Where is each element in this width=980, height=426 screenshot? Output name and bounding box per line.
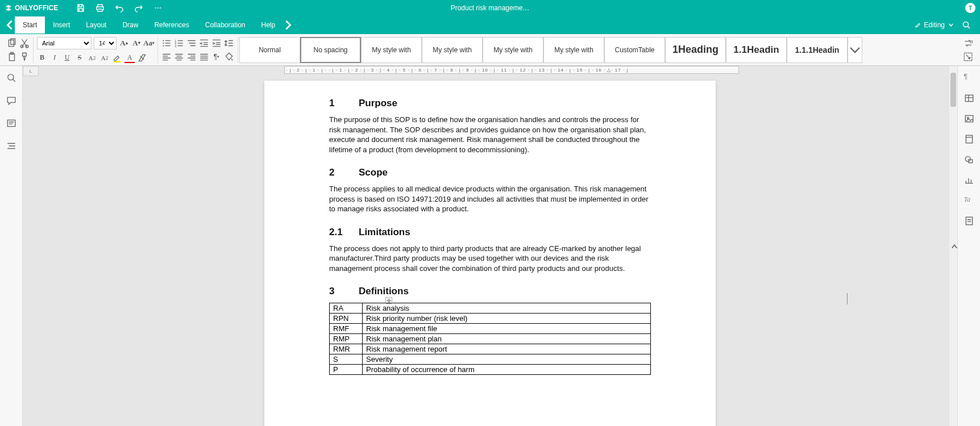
document-page[interactable]: 1Purpose The purpose of this SOP is to d… (264, 81, 716, 426)
subscript-icon[interactable]: A2 (99, 53, 110, 63)
shape-settings-icon[interactable] (964, 154, 974, 165)
table-row[interactable]: SSeverity (330, 354, 651, 365)
user-avatar[interactable]: T (965, 3, 975, 13)
abbr-cell[interactable]: RPN (330, 314, 363, 324)
shading-icon[interactable] (224, 52, 234, 62)
def-cell[interactable]: Risk management report (363, 344, 651, 354)
style-custom-table[interactable]: CustomTable (604, 37, 665, 63)
strikethrough-icon[interactable]: S (74, 53, 85, 63)
def-cell[interactable]: Probability of occurrence of harm (363, 365, 651, 375)
def-cell[interactable]: Severity (363, 354, 651, 365)
tab-help[interactable]: Help (254, 16, 284, 34)
align-center-icon[interactable] (174, 52, 184, 62)
style-custom-4[interactable]: My style with (483, 37, 543, 63)
def-cell[interactable]: Risk management file (363, 324, 651, 334)
paragraph-settings-icon[interactable]: ¶ (964, 73, 974, 83)
definitions-table[interactable]: RARisk analysisRPNRisk priority number (… (329, 303, 651, 375)
bullets-icon[interactable] (161, 38, 172, 48)
font-size-select[interactable]: 14 (94, 37, 117, 49)
numbering-icon[interactable]: 123 (174, 38, 184, 48)
form-settings-icon[interactable] (964, 216, 974, 226)
def-cell[interactable]: Risk analysis (363, 303, 651, 314)
table-handle-icon[interactable]: ✥ (385, 297, 392, 304)
abbr-cell[interactable]: S (330, 354, 363, 365)
multilevel-icon[interactable] (186, 38, 197, 48)
image-settings-icon[interactable] (964, 114, 974, 124)
superscript-icon[interactable]: A2 (87, 53, 97, 63)
cut-icon[interactable] (19, 38, 30, 48)
table-row[interactable]: RMFRisk management file (330, 324, 651, 334)
vertical-scrollbar[interactable] (949, 66, 957, 426)
select-all-icon[interactable] (963, 52, 973, 62)
abbr-cell[interactable]: RMF (330, 324, 363, 334)
horizontal-ruler[interactable]: · | · 2 · | · 1 · | · · | · 1 · | · 2 · … (39, 66, 957, 76)
table-row[interactable]: PProbability of occurrence of harm (330, 365, 651, 375)
tab-insert[interactable]: Insert (45, 16, 78, 34)
style-heading1[interactable]: 1Heading (665, 37, 726, 63)
outline-icon[interactable] (6, 141, 16, 151)
style-custom-3[interactable]: My style with (422, 37, 483, 63)
font-color-icon[interactable]: A (124, 53, 135, 63)
style-custom-5[interactable]: My style with (543, 37, 604, 63)
tab-scroll-right-icon[interactable] (283, 20, 293, 30)
tab-collaboration[interactable]: Collaboration (197, 16, 254, 34)
save-icon[interactable] (76, 3, 85, 12)
decrease-indent-icon[interactable] (199, 38, 209, 48)
align-right-icon[interactable] (186, 52, 197, 62)
find-icon[interactable] (6, 73, 16, 83)
more-icon[interactable] (153, 3, 163, 12)
tab-layout[interactable]: Layout (78, 16, 114, 34)
tab-start[interactable]: Start (15, 16, 45, 34)
align-justify-icon[interactable] (199, 52, 209, 62)
align-left-icon[interactable] (161, 52, 172, 62)
shrink-font-icon[interactable]: A▾ (131, 38, 142, 48)
style-gallery-more-icon[interactable] (848, 37, 862, 63)
table-settings-icon[interactable] (964, 93, 974, 103)
scroll-thumb[interactable] (950, 73, 956, 107)
clear-format-icon[interactable] (137, 53, 147, 63)
style-custom-2[interactable]: My style with (361, 37, 422, 63)
italic-icon[interactable]: I (49, 53, 60, 63)
chart-settings-icon[interactable] (964, 175, 974, 185)
style-no-spacing[interactable]: No spacing (300, 37, 361, 63)
bold-icon[interactable]: B (37, 53, 47, 63)
grow-font-icon[interactable]: A▴ (119, 38, 129, 48)
format-painter-icon[interactable] (19, 52, 30, 62)
def-cell[interactable]: Risk management plan (363, 334, 651, 344)
comments-icon[interactable] (6, 95, 16, 106)
header-footer-icon[interactable] (964, 134, 974, 144)
undo-icon[interactable] (115, 3, 124, 12)
table-row[interactable]: RMRRisk management report (330, 344, 651, 354)
tab-references[interactable]: References (146, 16, 197, 34)
paragraph-mark-icon[interactable]: ¶▾ (211, 52, 222, 62)
replace-icon[interactable]: B (963, 38, 973, 48)
increase-indent-icon[interactable] (211, 38, 222, 48)
table-row[interactable]: RMPRisk management plan (330, 334, 651, 344)
line-spacing-icon[interactable] (224, 38, 234, 48)
editing-mode-button[interactable]: Editing (915, 21, 954, 29)
app-logo[interactable]: ONLYOFFICE (5, 4, 58, 12)
table-row[interactable]: RPNRisk priority number (risk level) (330, 314, 651, 324)
style-heading11[interactable]: 1.1Headin (726, 37, 787, 63)
change-case-icon[interactable]: Aa▾ (144, 38, 154, 48)
abbr-cell[interactable]: RA (330, 303, 363, 314)
tab-draw[interactable]: Draw (114, 16, 146, 34)
print-icon[interactable] (95, 3, 105, 12)
search-icon[interactable] (962, 20, 971, 30)
abbr-cell[interactable]: P (330, 365, 363, 375)
textart-settings-icon[interactable]: Ta (964, 195, 974, 206)
table-row[interactable]: RARisk analysis (330, 303, 651, 314)
headings-icon[interactable] (6, 118, 16, 128)
paste-icon[interactable] (7, 52, 17, 62)
redo-icon[interactable] (134, 3, 143, 12)
font-family-select[interactable]: Arial (37, 37, 92, 49)
abbr-cell[interactable]: RMP (330, 334, 363, 344)
tab-scroll-left-icon[interactable] (5, 20, 15, 30)
style-normal[interactable]: Normal (239, 37, 300, 63)
highlight-icon[interactable] (112, 53, 122, 63)
document-workspace[interactable]: L · | · 2 · | · 1 · | · · | · 1 · | · 2 … (23, 66, 957, 426)
def-cell[interactable]: Risk priority number (risk level) (363, 314, 651, 324)
abbr-cell[interactable]: RMR (330, 344, 363, 354)
style-heading111[interactable]: 1.1.1Headin (787, 37, 848, 63)
copy-icon[interactable] (7, 38, 17, 48)
